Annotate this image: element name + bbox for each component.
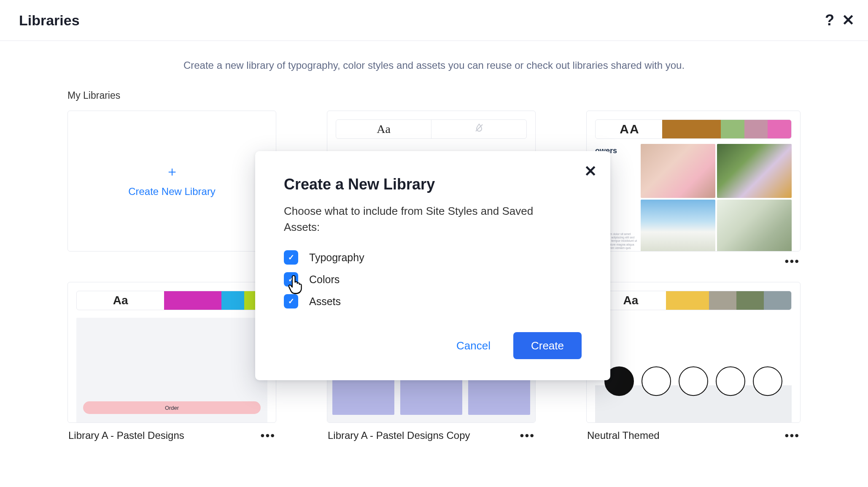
color-swatch bbox=[666, 291, 709, 310]
aa-icon: A A bbox=[620, 122, 638, 136]
option-colors: ✓ Colors bbox=[284, 272, 582, 287]
close-icon[interactable]: ✕ bbox=[842, 13, 855, 28]
typography-chip: Aa bbox=[336, 120, 431, 138]
typography-chip: A A bbox=[596, 120, 662, 138]
library-footer: Library A - Pastel Designs Copy ••• bbox=[327, 430, 536, 441]
option-assets: ✓ Assets bbox=[284, 294, 582, 308]
type-color-strip: Aa bbox=[336, 119, 527, 139]
color-swatch bbox=[164, 291, 221, 310]
library-card-neutral[interactable]: Aa bbox=[586, 282, 801, 441]
aa-icon: Aa bbox=[113, 294, 128, 307]
preview-circle bbox=[716, 366, 745, 396]
modal-options: ✓ Typography ✓ Colors ✓ Assets bbox=[284, 250, 582, 308]
checkbox-colors[interactable]: ✓ bbox=[284, 272, 298, 287]
option-typography: ✓ Typography bbox=[284, 250, 582, 265]
library-card-florist[interactable]: A A owers es Lorem ipsum dolor sit amet … bbox=[586, 111, 801, 264]
more-menu-icon[interactable]: ••• bbox=[261, 433, 275, 438]
library-card-pastel[interactable]: Aa Order Library A - Pastel Designs ••• bbox=[67, 282, 276, 441]
preview-photo bbox=[641, 144, 715, 198]
more-menu-icon[interactable]: ••• bbox=[785, 433, 800, 438]
preview-body bbox=[595, 318, 792, 423]
color-swatch bbox=[662, 120, 721, 138]
library-footer: Neutral Themed ••• bbox=[586, 430, 801, 441]
preview-photo-grid bbox=[641, 144, 792, 252]
preview-circle bbox=[753, 366, 782, 396]
create-button[interactable]: Create bbox=[513, 332, 582, 359]
modal-title: Create a New Library bbox=[284, 176, 582, 193]
library-preview: Aa bbox=[586, 282, 801, 423]
color-swatch bbox=[709, 291, 736, 310]
preview-body: owers es Lorem ipsum dolor sit amet cons… bbox=[595, 144, 792, 252]
library-footer: ••• bbox=[586, 258, 801, 264]
no-color-chip bbox=[431, 120, 526, 138]
preview-circle bbox=[679, 366, 708, 396]
preview-circles bbox=[595, 366, 792, 396]
cancel-button[interactable]: Cancel bbox=[454, 339, 493, 353]
type-color-strip: A A bbox=[595, 119, 792, 139]
preview-photo bbox=[717, 200, 792, 252]
color-swatch bbox=[768, 120, 791, 138]
color-swatch bbox=[221, 291, 244, 310]
more-menu-icon[interactable]: ••• bbox=[785, 258, 800, 264]
library-preview: Aa Order bbox=[67, 282, 276, 423]
header-actions: ? ✕ bbox=[825, 13, 855, 28]
type-color-strip: Aa bbox=[595, 291, 792, 310]
create-library-modal: ✕ Create a New Library Choose what to in… bbox=[255, 151, 610, 380]
preview-circle bbox=[642, 366, 671, 396]
page-title: Libraries bbox=[19, 12, 80, 29]
create-new-library-label: Create New Library bbox=[128, 186, 216, 198]
option-label: Assets bbox=[309, 295, 341, 308]
more-menu-icon[interactable]: ••• bbox=[520, 433, 535, 438]
preview-photo bbox=[717, 144, 792, 198]
modal-subtitle: Choose what to include from Site Styles … bbox=[284, 203, 554, 235]
color-swatch bbox=[736, 291, 764, 310]
option-label: Typography bbox=[309, 252, 364, 264]
aa-icon: Aa bbox=[377, 122, 391, 136]
color-swatch bbox=[764, 291, 791, 310]
option-label: Colors bbox=[309, 273, 340, 286]
preview-body: Order bbox=[76, 318, 267, 423]
library-name: Library A - Pastel Designs bbox=[68, 430, 184, 441]
color-swatch bbox=[744, 120, 768, 138]
page-header: Libraries ? ✕ bbox=[0, 0, 868, 41]
color-swatch bbox=[721, 120, 744, 138]
library-footer: Library A - Pastel Designs ••• bbox=[67, 430, 276, 441]
no-color-icon bbox=[474, 123, 484, 135]
checkbox-typography[interactable]: ✓ bbox=[284, 250, 298, 265]
preview-button: Order bbox=[83, 401, 261, 414]
modal-actions: Cancel Create bbox=[284, 332, 582, 359]
preview-photo bbox=[641, 200, 715, 252]
library-name: Neutral Themed bbox=[587, 430, 660, 441]
type-color-strip: Aa bbox=[76, 291, 267, 310]
checkbox-assets[interactable]: ✓ bbox=[284, 294, 298, 308]
plus-icon: ＋ bbox=[165, 165, 179, 178]
page-subtitle: Create a new library of typography, colo… bbox=[67, 60, 801, 71]
modal-close-icon[interactable]: ✕ bbox=[584, 164, 597, 179]
typography-chip: Aa bbox=[77, 291, 164, 310]
section-my-libraries: My Libraries bbox=[67, 90, 801, 101]
library-preview: A A owers es Lorem ipsum dolor sit amet … bbox=[586, 111, 801, 252]
help-icon[interactable]: ? bbox=[825, 13, 834, 28]
library-name: Library A - Pastel Designs Copy bbox=[328, 430, 470, 441]
aa-icon: Aa bbox=[623, 294, 639, 307]
create-new-library-card[interactable]: ＋ Create New Library bbox=[67, 111, 276, 252]
